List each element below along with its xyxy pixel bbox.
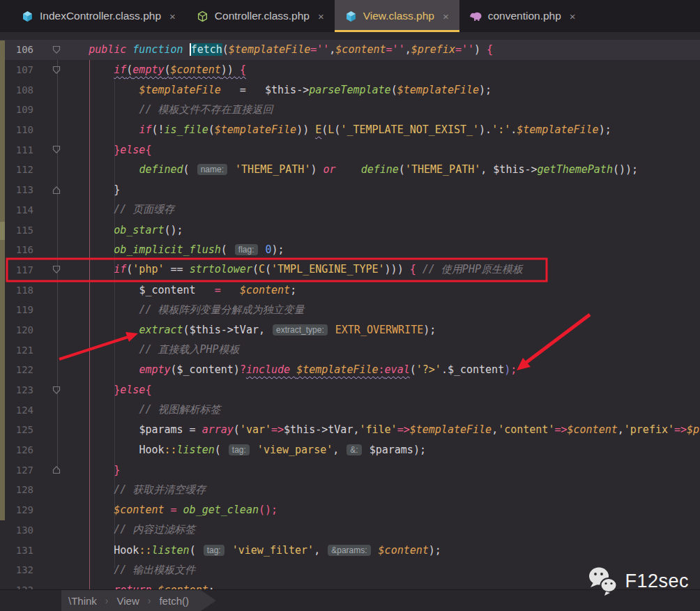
code-text: $_content = $content; — [63, 284, 296, 296]
code-line-121[interactable]: 121 // 直接载入PHP模板 — [0, 340, 700, 360]
gutter-line-number: 110 — [0, 124, 33, 135]
code-line-111[interactable]: 111 }else{ — [0, 139, 700, 160]
code-line-131[interactable]: 131 Hook::listen( tag: 'view_filter', &p… — [0, 540, 700, 560]
code-line-125[interactable]: 125 $params = array('var'=>$this->tVar,'… — [0, 420, 700, 440]
code-line-126[interactable]: 126 Hook::listen( tag: 'view_parse', &: … — [0, 440, 700, 460]
gutter-line-number: 111 — [0, 144, 33, 156]
code-line-119[interactable]: 119 // 模板阵列变量分解成为独立变量 — [0, 300, 700, 320]
gutter-line-number: 127 — [0, 465, 33, 476]
breadcrumb-separator-icon: › — [148, 595, 151, 606]
code-line-109[interactable]: 109 // 模板文件不存在直接返回 — [0, 100, 700, 120]
code-text: // 视图解析标签 — [63, 403, 220, 416]
fold-open-icon[interactable] — [33, 66, 63, 75]
code-line-123[interactable]: 123 }else{ — [0, 380, 700, 400]
code-line-107[interactable]: 107 if(empty($content)) { — [0, 60, 700, 80]
code-line-130[interactable]: 130 // 内容过滤标签 — [0, 520, 700, 541]
php-class-icon — [345, 10, 357, 22]
code-text: ob_implicit_flush( flag: 0); — [63, 243, 284, 256]
fold-open-icon[interactable] — [33, 386, 63, 395]
gutter-line-number: 106 — [0, 44, 33, 55]
code-line-124[interactable]: 124 // 视图解析标签 — [0, 400, 700, 420]
gutter-line-number: 123 — [0, 384, 33, 395]
code-text: public function fetch($templateFile='',$… — [63, 43, 493, 56]
watermark: F12sec — [587, 566, 689, 596]
gutter-line-number: 115 — [0, 225, 33, 236]
code-text: // 输出模板文件 — [63, 564, 195, 577]
code-line-116[interactable]: 116 ob_implicit_flush( flag: 0); — [0, 240, 700, 260]
gutter-line-number: 114 — [0, 204, 33, 216]
code-text: if(!is_file($templateFile)) E(L('_TEMPLA… — [63, 123, 611, 136]
gutter-line-number: 118 — [0, 285, 33, 296]
breadcrumb-item[interactable]: View — [117, 595, 139, 607]
code-text: } — [63, 183, 120, 196]
tab-convention.php[interactable]: convention.php× — [459, 0, 586, 32]
gutter-line-number: 122 — [0, 364, 33, 375]
fold-open-icon[interactable] — [33, 45, 63, 54]
tab-label: IndexController.class.php — [40, 10, 161, 22]
code-line-118[interactable]: 118 $_content = $content; — [0, 280, 700, 300]
tab-label: View.class.php — [363, 10, 434, 22]
code-line-108[interactable]: 108 $templateFile = $this->parseTemplate… — [0, 80, 700, 100]
close-tab-icon[interactable]: × — [318, 10, 324, 22]
code-text: // 模板阵列变量分解成为独立变量 — [63, 303, 304, 317]
close-tab-icon[interactable]: × — [570, 10, 576, 22]
php-elephant-icon — [470, 10, 482, 22]
gutter-line-number: 116 — [0, 244, 33, 255]
tab-View.class.php[interactable]: View.class.php× — [335, 0, 459, 32]
parameter-hint: &: — [347, 444, 361, 455]
gutter-line-number: 112 — [0, 164, 33, 175]
project-panel-sliver — [0, 40, 5, 520]
php-abstract-class-icon — [197, 10, 208, 22]
gutter-line-number: 109 — [0, 104, 33, 115]
tab-label: Controller.class.php — [215, 10, 310, 22]
parameter-hint: extract_type: — [273, 324, 328, 335]
code-text: $params = array('var'=>$this->tVar,'file… — [63, 423, 700, 436]
code-line-112[interactable]: 112 defined( name: 'THEME_PATH') or defi… — [0, 160, 700, 180]
code-line-120[interactable]: 120 extract($this->tVar, extract_type: E… — [0, 320, 700, 340]
code-text: }else{ — [63, 384, 151, 396]
code-line-127[interactable]: 127 } — [0, 460, 700, 480]
tab-Controller.class.php[interactable]: Controller.class.php× — [186, 0, 335, 32]
close-tab-icon[interactable]: × — [443, 10, 449, 22]
php-class-icon — [22, 10, 33, 22]
code-line-113[interactable]: 113 } — [0, 180, 700, 200]
code-text: // 模板文件不存在直接返回 — [63, 103, 273, 116]
parameter-hint: tag: — [229, 444, 250, 455]
code-text: empty($_content)?include $templateFile:e… — [63, 363, 517, 376]
code-line-122[interactable]: 122 empty($_content)?include $templateFi… — [0, 360, 700, 380]
parameter-hint: name: — [197, 164, 227, 175]
code-text: if(empty($content)) { — [63, 63, 246, 76]
fold-close-icon[interactable] — [33, 465, 63, 474]
fold-close-icon[interactable] — [33, 186, 63, 195]
gutter-line-number: 117 — [0, 264, 33, 276]
code-text: extract($this->tVar, extract_type: EXTR_… — [63, 324, 436, 336]
code-line-129[interactable]: 129 $content = ob_get_clean(); — [0, 500, 700, 520]
code-line-110[interactable]: 110 if(!is_file($templateFile)) E(L('_TE… — [0, 120, 700, 140]
code-line-128[interactable]: 128 // 获取并清空缓存 — [0, 480, 700, 500]
fold-open-icon[interactable] — [33, 145, 63, 154]
code-line-106[interactable]: 106 public function fetch($templateFile=… — [0, 40, 700, 60]
gutter-line-number: 119 — [0, 304, 33, 315]
watermark-label: F12sec — [625, 571, 689, 592]
code-area: 106 public function fetch($templateFile=… — [0, 40, 700, 590]
parameter-hint: tag: — [204, 545, 225, 556]
breadcrumb-item[interactable]: \Think — [68, 595, 97, 607]
code-line-117[interactable]: 117 if('php' == strtolower(C('TMPL_ENGIN… — [0, 260, 700, 280]
breadcrumb-separator-icon: › — [105, 595, 109, 606]
gutter-line-number: 129 — [0, 504, 33, 515]
parameter-hint: &params: — [328, 545, 370, 556]
tab-bar: IndexController.class.php×Controller.cla… — [0, 0, 700, 32]
wechat-icon — [587, 566, 619, 596]
code-line-114[interactable]: 114 // 页面缓存 — [0, 200, 700, 220]
ide-window: { "colors":{ "editor_bg":"#2b292d","tabb… — [0, 0, 700, 611]
editor-pane[interactable]: 106 public function fetch($templateFile=… — [0, 32, 700, 590]
gutter-line-number: 113 — [0, 184, 33, 195]
close-tab-icon[interactable]: × — [169, 10, 176, 22]
fold-open-icon[interactable] — [33, 265, 63, 274]
code-text: ob_start(); — [63, 224, 183, 236]
tab-IndexController.class.php[interactable]: IndexController.class.php× — [11, 0, 186, 32]
gutter-line-number: 125 — [0, 424, 33, 435]
breadcrumb-item[interactable]: fetch() — [159, 595, 189, 607]
code-line-115[interactable]: 115 ob_start(); — [0, 220, 700, 240]
code-text: Hook::listen( tag: 'view_filter', &param… — [63, 544, 441, 557]
